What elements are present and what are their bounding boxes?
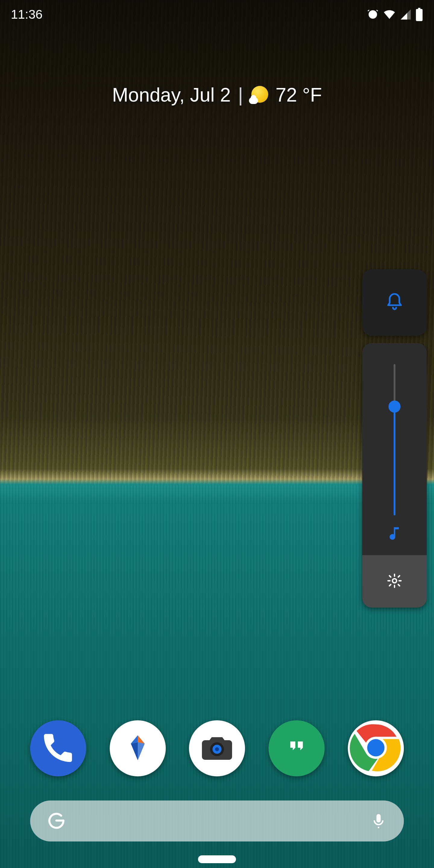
phone-icon — [41, 731, 75, 766]
app-chrome[interactable] — [348, 720, 404, 776]
at-a-glance-widget[interactable]: Monday, Jul 2 | 72 °F — [0, 84, 434, 106]
dock — [0, 720, 434, 776]
music-note-icon — [386, 516, 403, 555]
alarm-icon — [367, 8, 379, 21]
gear-icon — [387, 573, 402, 590]
hangouts-icon — [281, 733, 312, 764]
cell-signal-icon — [400, 8, 412, 21]
glance-date: Monday, Jul 2 — [112, 84, 231, 106]
svg-point-0 — [393, 579, 397, 583]
volume-settings-button[interactable] — [362, 555, 427, 608]
volume-slider-thumb[interactable] — [389, 401, 401, 412]
volume-slider-panel — [362, 343, 427, 608]
status-clock: 11:36 — [11, 7, 42, 22]
chrome-icon — [348, 720, 404, 777]
battery-icon — [415, 8, 423, 21]
app-phone[interactable] — [30, 720, 86, 776]
volume-panel — [362, 270, 427, 608]
bell-icon — [385, 292, 404, 313]
app-camera[interactable] — [189, 720, 245, 776]
wifi-icon — [383, 8, 396, 21]
ringer-mode-button[interactable] — [362, 270, 427, 336]
microphone-icon[interactable] — [370, 812, 387, 830]
google-search-bar[interactable] — [30, 801, 404, 841]
partly-sunny-icon — [250, 86, 268, 104]
glance-temperature: 72 °F — [276, 84, 322, 106]
svg-point-6 — [367, 739, 384, 756]
app-wallet[interactable] — [110, 720, 166, 776]
svg-point-3 — [215, 747, 219, 751]
camera-icon — [199, 730, 235, 767]
google-g-icon — [47, 811, 66, 831]
diamond-icon — [121, 731, 154, 766]
status-bar[interactable]: 11:36 — [0, 0, 434, 29]
glance-divider: | — [238, 84, 243, 106]
gesture-nav-pill[interactable] — [198, 855, 236, 863]
app-hangouts[interactable] — [269, 720, 324, 776]
volume-slider[interactable] — [362, 343, 427, 555]
